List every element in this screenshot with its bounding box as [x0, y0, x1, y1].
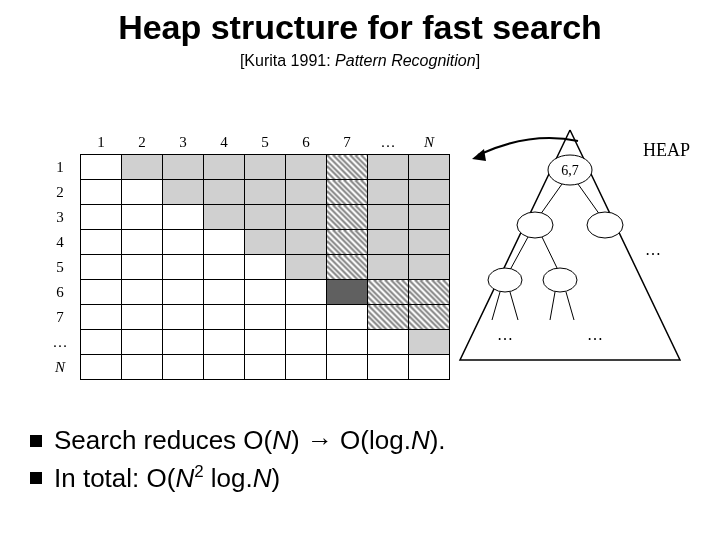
- row-hdr: 4: [40, 230, 81, 255]
- row-hdr: 7: [40, 305, 81, 330]
- col-hdr: 1: [81, 130, 122, 155]
- col-hdr: 5: [245, 130, 286, 155]
- bullet-text: In total: O(N2 log.N): [54, 462, 280, 494]
- arrow-icon: [470, 135, 580, 165]
- slide: Heap structure for fast search [Kurita 1…: [0, 0, 720, 540]
- bullet-icon: [30, 472, 42, 484]
- bullet-icon: [30, 435, 42, 447]
- svg-line-12: [550, 292, 555, 320]
- row-hdr: 2: [40, 180, 81, 205]
- row-hdr: N: [40, 355, 81, 380]
- svg-point-8: [488, 268, 522, 292]
- citation-prefix: [Kurita 1991:: [240, 52, 335, 69]
- col-hdr: 6: [286, 130, 327, 155]
- heap-label: HEAP: [643, 140, 690, 161]
- matrix-table: 1 2 3 4 5 6 7 … N 1 2 3 4 5 6 7: [40, 130, 450, 380]
- citation: [Kurita 1991: Pattern Recognition]: [0, 52, 720, 70]
- heap-ellipsis: …: [587, 326, 603, 343]
- col-hdr: 7: [327, 130, 368, 155]
- svg-point-9: [543, 268, 577, 292]
- svg-line-7: [542, 237, 558, 270]
- col-hdr: 3: [163, 130, 204, 155]
- svg-point-4: [517, 212, 553, 238]
- row-hdr: 3: [40, 205, 81, 230]
- svg-line-13: [566, 292, 574, 320]
- heap-diagram: HEAP 6,7 … … …: [450, 115, 690, 375]
- heap-root-label: 6,7: [561, 163, 579, 178]
- row-hdr: 6: [40, 280, 81, 305]
- svg-line-6: [510, 237, 528, 270]
- slide-title: Heap structure for fast search: [0, 8, 720, 47]
- col-hdr: 2: [122, 130, 163, 155]
- svg-line-3: [578, 184, 600, 215]
- similarity-matrix: 1 2 3 4 5 6 7 … N 1 2 3 4 5 6 7: [40, 130, 450, 380]
- heap-ellipsis: …: [497, 326, 513, 343]
- bullet-text: Search reduces O(N) → O(log.N).: [54, 425, 446, 456]
- col-hdr: …: [368, 130, 409, 155]
- col-hdr: 4: [204, 130, 245, 155]
- svg-marker-0: [472, 149, 486, 161]
- bullet-list: Search reduces O(N) → O(log.N). In total…: [30, 419, 446, 500]
- row-hdr: 5: [40, 255, 81, 280]
- heap-ellipsis: …: [645, 241, 661, 258]
- citation-suffix: ]: [476, 52, 480, 69]
- svg-line-10: [492, 292, 500, 320]
- bullet-item: In total: O(N2 log.N): [30, 462, 446, 494]
- row-hdr: 1: [40, 155, 81, 180]
- svg-point-5: [587, 212, 623, 238]
- row-hdr: …: [40, 330, 81, 355]
- svg-line-2: [540, 184, 562, 215]
- col-hdr: N: [409, 130, 450, 155]
- svg-line-11: [510, 292, 518, 320]
- citation-journal: Pattern Recognition: [335, 52, 476, 69]
- bullet-item: Search reduces O(N) → O(log.N).: [30, 425, 446, 456]
